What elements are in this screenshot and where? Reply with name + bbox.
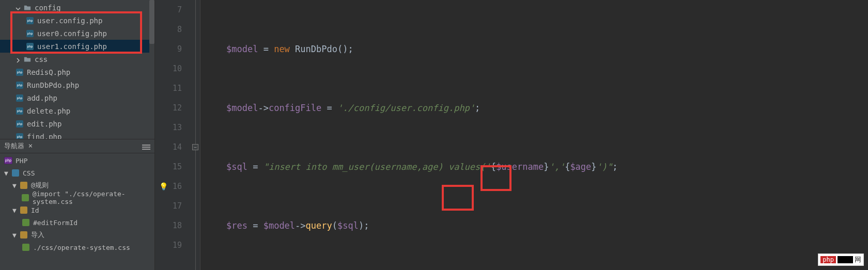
navigator-panel: 导航器 × php PHP ▼ CSS ▼ @规则 @import " bbox=[0, 139, 154, 270]
navigator-tree[interactable]: php PHP ▼ CSS ▼ @规则 @import "./css/opera… bbox=[0, 153, 154, 270]
lightbulb-icon[interactable]: 💡 bbox=[159, 177, 168, 196]
line-number: 12 bbox=[155, 98, 182, 118]
css-file-icon bbox=[22, 243, 30, 251]
navigator-title: 导航器 bbox=[4, 142, 24, 150]
nav-label: PHP bbox=[16, 157, 27, 165]
watermark-badge: php bbox=[820, 256, 836, 263]
folder-label: css bbox=[35, 55, 48, 63]
file-user-config[interactable]: php user.config.php bbox=[0, 14, 154, 27]
code-line: $model = new RunDbPdo(); bbox=[226, 39, 868, 59]
nav-label: ./css/operate-system.css bbox=[33, 244, 130, 251]
nav-label: Id bbox=[31, 207, 39, 214]
nav-label: #editFormId bbox=[33, 219, 78, 227]
line-number: 7 bbox=[155, 0, 182, 20]
code-editor[interactable]: 7 8 9 10 11 12 13 14 15 💡16 17 18 19 − $… bbox=[155, 0, 868, 270]
id-icon bbox=[20, 206, 28, 214]
php-file-icon: php bbox=[26, 17, 34, 25]
nav-php[interactable]: php PHP bbox=[0, 154, 154, 167]
file-user0-config[interactable]: php user0.config.php bbox=[0, 27, 154, 40]
nav-label: 导入 bbox=[31, 230, 44, 240]
nav-label: @import "./css/operate-system.css bbox=[33, 190, 154, 205]
php-file-icon: php bbox=[16, 68, 24, 76]
line-number: 15 bbox=[155, 157, 182, 177]
php-file-icon: php bbox=[16, 94, 24, 102]
nav-import[interactable]: ▼ 导入 bbox=[0, 229, 154, 241]
scrollbar[interactable] bbox=[149, 0, 154, 139]
nav-label: @规则 bbox=[31, 181, 49, 190]
close-icon[interactable]: × bbox=[28, 141, 33, 150]
selector-icon bbox=[22, 218, 30, 227]
line-number: 19 bbox=[155, 235, 182, 255]
file-add[interactable]: php add.php bbox=[0, 91, 154, 104]
nav-css[interactable]: ▼ CSS bbox=[0, 167, 154, 179]
scrollbar-thumb[interactable] bbox=[149, 0, 154, 44]
line-number: 10 bbox=[155, 59, 182, 78]
file-label: RunDbPdo.php bbox=[27, 81, 79, 89]
file-label: edit.php bbox=[27, 120, 61, 128]
nav-label: CSS bbox=[23, 169, 35, 177]
file-label: RedisQ.php bbox=[27, 68, 70, 76]
folder-config[interactable]: config bbox=[0, 1, 154, 14]
rules-icon bbox=[20, 181, 28, 189]
chevron-down-icon: ▼ bbox=[12, 182, 19, 189]
file-label: user0.config.php bbox=[37, 29, 107, 38]
php-file-icon: php bbox=[26, 29, 34, 38]
css-icon bbox=[11, 169, 20, 177]
chevron-down-icon: ▼ bbox=[4, 169, 10, 177]
chevron-down-icon: ▼ bbox=[12, 207, 19, 214]
file-rundbpdo[interactable]: php RunDbPdo.php bbox=[0, 78, 154, 91]
php-file-icon: php bbox=[16, 107, 24, 115]
file-label: add.php bbox=[27, 94, 57, 102]
file-find[interactable]: php find.php bbox=[0, 130, 154, 139]
sidebar: config php user.config.php php user0.con… bbox=[0, 0, 155, 270]
menu-icon[interactable] bbox=[142, 144, 150, 149]
fold-marker[interactable]: − bbox=[192, 144, 198, 150]
file-tree[interactable]: config php user.config.php php user0.con… bbox=[0, 0, 154, 139]
file-redisq[interactable]: php RedisQ.php bbox=[0, 66, 154, 78]
file-label: find.php bbox=[27, 133, 61, 140]
php-file-icon: php bbox=[16, 133, 24, 140]
line-number: 11 bbox=[155, 78, 182, 98]
line-number: 14 bbox=[155, 137, 182, 157]
watermark-suffix: 网 bbox=[855, 255, 861, 264]
import-folder-icon bbox=[20, 231, 28, 239]
file-delete[interactable]: php delete.php bbox=[0, 104, 154, 117]
folder-label: config bbox=[35, 4, 61, 12]
chevron-down-icon: ▼ bbox=[12, 231, 19, 239]
import-icon bbox=[22, 194, 29, 202]
watermark-bar bbox=[838, 256, 853, 263]
annotation-box bbox=[442, 185, 474, 211]
file-label: user.config.php bbox=[37, 17, 102, 25]
gutter: 7 8 9 10 11 12 13 14 15 💡16 17 18 19 bbox=[155, 0, 191, 270]
watermark: php 网 bbox=[818, 253, 864, 266]
file-label: delete.php bbox=[27, 107, 70, 115]
code-area[interactable]: $model = new RunDbPdo(); $model->configF… bbox=[200, 0, 868, 270]
php-file-icon: php bbox=[16, 120, 24, 128]
line-number: 8 bbox=[155, 20, 182, 39]
line-number: 13 bbox=[155, 118, 182, 137]
chevron-down-icon bbox=[16, 5, 22, 11]
folder-icon bbox=[23, 4, 32, 12]
php-file-icon: php bbox=[16, 81, 24, 89]
nav-import-rule[interactable]: @import "./css/operate-system.css bbox=[0, 192, 154, 204]
line-number: 💡16 bbox=[155, 177, 182, 196]
line-number: 9 bbox=[155, 39, 182, 59]
file-user1-config[interactable]: php user1.config.php bbox=[0, 40, 154, 53]
file-edit[interactable]: php edit.php bbox=[0, 117, 154, 130]
code-line: $model->configFile = './config/user.conf… bbox=[226, 98, 868, 118]
line-number: 18 bbox=[155, 216, 182, 235]
folder-css[interactable]: css bbox=[0, 53, 154, 66]
code-line: $sql = "insert into mm_user(username,age… bbox=[226, 157, 868, 177]
fold-column: − bbox=[191, 0, 200, 270]
nav-editformid[interactable]: #editFormId bbox=[0, 216, 154, 229]
nav-id[interactable]: ▼ Id bbox=[0, 204, 154, 216]
chevron-right-icon bbox=[16, 56, 22, 62]
nav-import-path[interactable]: ./css/operate-system.css bbox=[0, 241, 154, 253]
folder-icon bbox=[23, 55, 32, 63]
line-number: 17 bbox=[155, 196, 182, 216]
php-file-icon: php bbox=[26, 42, 34, 51]
navigator-header: 导航器 × bbox=[0, 139, 154, 153]
php-icon: php bbox=[4, 156, 12, 165]
file-label: user1.config.php bbox=[37, 42, 107, 51]
code-line: $res = $model->query($sql); bbox=[226, 216, 868, 235]
